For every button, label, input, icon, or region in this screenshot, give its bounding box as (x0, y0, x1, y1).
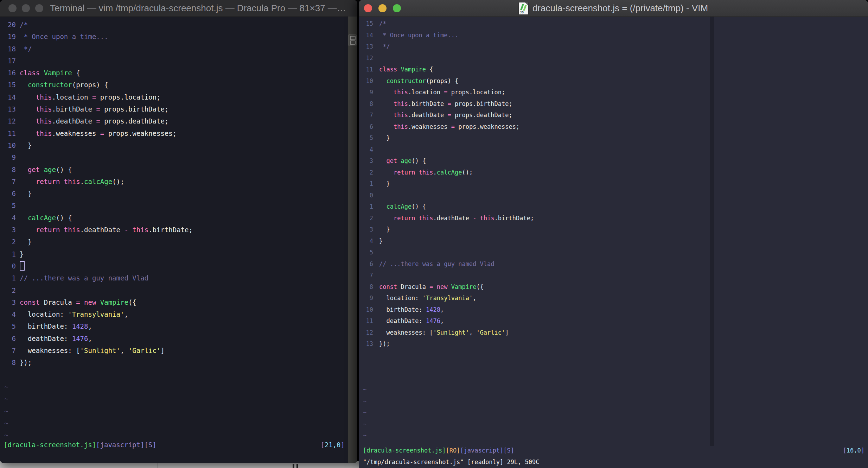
code-line[interactable]: 9 location: 'Transylvania', (363, 292, 868, 304)
code-line[interactable]: 9 this.location = props.location; (363, 87, 868, 98)
code-line[interactable]: 2 return this.deathDate - this.birthDate… (363, 213, 868, 224)
terminal-titlebar[interactable]: Terminal — vim /tmp/dracula-screenshot.j… (0, 0, 357, 17)
code-token (379, 215, 394, 222)
vim-text-area[interactable]: 15/*14 * Once upon a time...13 */1211cla… (359, 17, 868, 441)
vim-text-area[interactable]: 20/*19 * Once upon a time...18 */1716cla… (0, 17, 348, 441)
code-line[interactable]: 13}); (363, 338, 868, 350)
code-token (60, 178, 64, 185)
code-line[interactable]: 12 weaknesses: ['Sunlight', 'Garlic'] (363, 327, 868, 339)
code-token: this (394, 100, 408, 107)
code-line[interactable]: 2 } (4, 236, 348, 248)
background-glyph-fragment (293, 464, 294, 468)
code-token: { (426, 66, 433, 73)
code-line[interactable]: 15/* (363, 18, 868, 30)
line-number: 1 (363, 178, 373, 190)
code-line[interactable]: 8const Dracula = new Vampire({ (363, 281, 868, 293)
code-token (415, 169, 419, 176)
code-line[interactable]: 18 */ (4, 43, 348, 55)
code-line[interactable]: 1// ...there was a guy named Vlad (4, 272, 348, 284)
code-line[interactable]: 1 } (363, 178, 868, 190)
code-token: } (20, 190, 32, 197)
code-line[interactable]: 8 get age() { (4, 164, 348, 176)
empty-line[interactable] (363, 373, 868, 384)
code-line[interactable]: 1 calcAge() { (363, 201, 868, 213)
code-token: birthDate: (379, 306, 426, 313)
code-line[interactable]: 11class Vampire { (363, 64, 868, 75)
terminal-scrollbar[interactable] (348, 17, 357, 463)
code-line[interactable]: 12 (363, 52, 868, 64)
line-number: 13 (363, 41, 373, 52)
code-line[interactable]: 8 this.birthDate = props.birthDate; (363, 98, 868, 110)
code-line[interactable]: 11 this.weaknesses = props.weaknesses; (4, 127, 348, 139)
code-line[interactable]: 7 (363, 270, 868, 281)
line-number: 4 (363, 235, 373, 247)
code-token: this (394, 123, 408, 130)
code-line[interactable]: 7 this.deathDate = props.deathDate; (363, 109, 868, 121)
code-line[interactable]: 1} (4, 248, 348, 260)
code-token: 1428 (426, 306, 440, 313)
code-token: this (64, 226, 80, 234)
code-line[interactable]: 10 constructor(props) { (363, 75, 868, 87)
macvim-titlebar[interactable]: JS dracula-screenshot.js = (/private/tmp… (359, 0, 868, 17)
code-token (379, 112, 394, 119)
line-number: 17 (4, 55, 16, 67)
code-line[interactable]: 0 (4, 260, 348, 272)
empty-line[interactable] (4, 369, 348, 381)
code-line[interactable]: 9 (4, 151, 348, 163)
line-number: 10 (363, 75, 373, 87)
code-token: ] (341, 441, 345, 449)
code-line[interactable]: 20/* (4, 19, 348, 31)
line-number: 20 (4, 19, 16, 31)
split-pane-button[interactable] (348, 34, 357, 46)
code-line[interactable]: 13 this.birthDate = props.birthDate; (4, 103, 348, 115)
code-token: calcAge (437, 169, 462, 176)
code-line[interactable]: 6 deathDate: 1476, (4, 333, 348, 344)
code-line[interactable]: 5 (4, 200, 348, 211)
code-line[interactable]: 4 location: 'Transylvania', (4, 308, 348, 320)
code-line[interactable]: 4 (363, 144, 868, 156)
code-line[interactable]: 8}); (4, 356, 348, 368)
line-number: 4 (363, 144, 373, 156)
code-line[interactable]: 11 deathDate: 1476, (363, 315, 868, 327)
code-line[interactable]: 3 return this.deathDate - this.birthDate… (4, 224, 348, 236)
empty-line[interactable] (363, 350, 868, 361)
code-token: = (451, 123, 455, 130)
code-line[interactable]: 17 (4, 55, 348, 67)
code-line[interactable]: 10 } (4, 139, 348, 151)
line-number: 8 (4, 356, 16, 368)
code-token (476, 215, 480, 222)
code-line[interactable]: 15 constructor(props) { (4, 79, 348, 91)
code-token: = (76, 298, 80, 306)
line-number: 3 (363, 224, 373, 235)
code-line[interactable]: 5 birthDate: 1428, (4, 320, 348, 332)
code-line[interactable]: 14 this.location = props.location; (4, 91, 348, 103)
code-line[interactable]: 5 } (363, 132, 868, 144)
code-line[interactable]: 4 calcAge() { (4, 212, 348, 224)
code-line[interactable]: 3 get age() { (363, 155, 868, 167)
code-line[interactable]: 2 (4, 284, 348, 296)
code-token: new (437, 283, 448, 290)
code-line[interactable]: 6// ...there was a guy named Vlad (363, 258, 868, 270)
code-line[interactable]: 6 this.weaknesses = props.weaknesses; (363, 121, 868, 133)
code-line[interactable]: 6 } (4, 188, 348, 200)
code-line[interactable]: 13 */ (363, 41, 868, 52)
code-line[interactable]: 12 this.deathDate = props.deathDate; (4, 115, 348, 127)
code-line[interactable]: 3const Dracula = new Vampire({ (4, 296, 348, 308)
line-number: 15 (363, 18, 373, 30)
code-line[interactable]: 14 * Once upon a time... (363, 30, 868, 41)
empty-line[interactable] (363, 361, 868, 373)
code-line[interactable]: 2 return this.calcAge(); (363, 167, 868, 178)
macvim-window: JS dracula-screenshot.js = (/private/tmp… (359, 0, 868, 468)
code-line[interactable]: 10 birthDate: 1428, (363, 304, 868, 316)
code-token: constructor (28, 81, 72, 89)
tilde-line: ~ (4, 405, 348, 417)
code-line[interactable]: 7 return this.calcAge(); (4, 176, 348, 188)
code-line[interactable]: 3 } (363, 224, 868, 235)
code-line[interactable]: 19 * Once upon a time... (4, 31, 348, 43)
code-line[interactable]: 16class Vampire { (4, 67, 348, 79)
tilde-marker: ~ (4, 395, 8, 403)
code-line[interactable]: 4} (363, 235, 868, 247)
code-line[interactable]: 5 (363, 247, 868, 258)
code-line[interactable]: 7 weaknesses: ['Sunlight', 'Garlic'] (4, 344, 348, 356)
code-line[interactable]: 0 (363, 190, 868, 201)
